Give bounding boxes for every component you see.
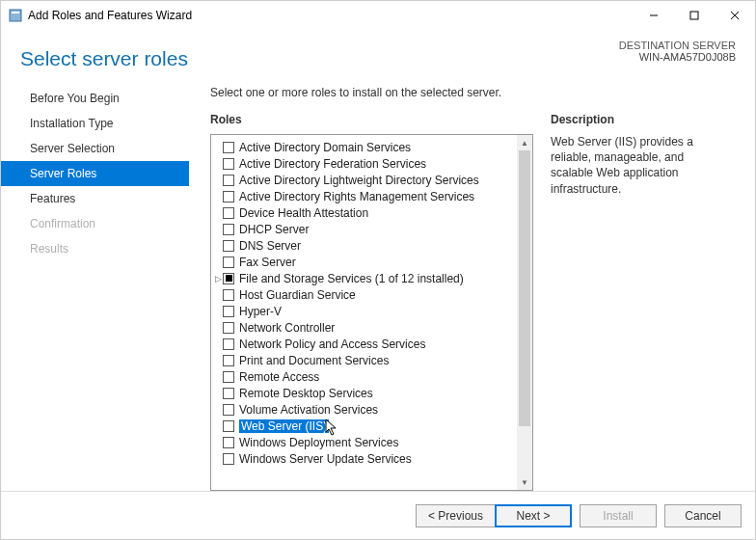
- role-label[interactable]: Hyper-V: [239, 305, 282, 318]
- destination-label: DESTINATION SERVER: [619, 40, 736, 51]
- role-checkbox[interactable]: [223, 175, 234, 186]
- role-checkbox[interactable]: [223, 437, 234, 448]
- role-checkbox[interactable]: [223, 273, 234, 284]
- install-button: Install: [580, 504, 657, 527]
- role-row[interactable]: Active Directory Domain Services: [215, 139, 517, 155]
- role-checkbox[interactable]: [223, 322, 234, 334]
- nav-button-group: < Previous Next >: [416, 504, 572, 527]
- role-row[interactable]: Active Directory Federation Services: [215, 155, 517, 172]
- role-label[interactable]: Active Directory Lightweight Directory S…: [239, 174, 479, 187]
- role-checkbox[interactable]: [223, 224, 234, 235]
- step-features[interactable]: Features: [1, 186, 189, 211]
- destination-block: DESTINATION SERVER WIN-AMA57D0J08B: [619, 36, 736, 63]
- role-row[interactable]: Windows Server Update Services: [215, 450, 517, 467]
- role-checkbox[interactable]: [223, 306, 234, 317]
- maximize-button[interactable]: [674, 2, 715, 29]
- roles-title: Roles: [210, 113, 533, 126]
- role-row[interactable]: Device Health Attestation: [215, 204, 517, 221]
- roles-listbox: Active Directory Domain ServicesActive D…: [210, 134, 533, 491]
- role-row[interactable]: Host Guardian Service: [215, 286, 517, 303]
- role-checkbox[interactable]: [223, 355, 234, 366]
- destination-server: WIN-AMA57D0J08B: [619, 51, 736, 63]
- role-label[interactable]: Volume Activation Services: [239, 403, 378, 417]
- role-row[interactable]: Fax Server: [215, 254, 517, 270]
- window-title: Add Roles and Features Wizard: [28, 9, 192, 22]
- scrollbar[interactable]: ▲ ▼: [517, 135, 532, 490]
- svg-rect-0: [10, 10, 21, 21]
- svg-rect-1: [12, 12, 19, 14]
- scroll-down-icon[interactable]: ▼: [517, 474, 532, 490]
- role-label[interactable]: Active Directory Domain Services: [239, 141, 411, 154]
- minimize-button[interactable]: [634, 2, 674, 29]
- scroll-track[interactable]: [517, 150, 532, 474]
- description-title: Description: [551, 113, 724, 126]
- role-checkbox[interactable]: [223, 158, 234, 170]
- role-row[interactable]: Volume Activation Services: [215, 401, 517, 418]
- role-row[interactable]: Print and Document Services: [215, 352, 517, 368]
- app-icon: [9, 9, 22, 22]
- role-label[interactable]: Device Health Attestation: [239, 206, 368, 220]
- role-checkbox[interactable]: [223, 191, 234, 202]
- role-checkbox[interactable]: [223, 256, 234, 268]
- role-row[interactable]: Network Policy and Access Services: [215, 336, 517, 352]
- step-server-selection[interactable]: Server Selection: [1, 136, 189, 161]
- role-label[interactable]: Network Controller: [239, 321, 335, 335]
- role-row[interactable]: Active Directory Rights Management Servi…: [215, 188, 517, 204]
- role-label[interactable]: Windows Deployment Services: [239, 436, 398, 449]
- role-row[interactable]: DNS Server: [215, 237, 517, 254]
- svg-rect-3: [690, 12, 698, 19]
- next-button[interactable]: Next >: [495, 504, 572, 527]
- step-before-you-begin[interactable]: Before You Begin: [1, 86, 189, 111]
- role-label[interactable]: Fax Server: [239, 256, 296, 269]
- role-label[interactable]: Print and Document Services: [239, 354, 389, 367]
- scroll-thumb[interactable]: [519, 150, 530, 426]
- expand-icon[interactable]: ▷: [213, 274, 223, 284]
- role-row[interactable]: Windows Deployment Services: [215, 434, 517, 450]
- role-label[interactable]: Windows Server Update Services: [239, 452, 412, 466]
- role-label[interactable]: Remote Access: [239, 370, 319, 384]
- role-label[interactable]: DHCP Server: [239, 223, 309, 236]
- scroll-up-icon[interactable]: ▲: [517, 135, 532, 150]
- step-installation-type[interactable]: Installation Type: [1, 111, 189, 136]
- roles-scroll-area[interactable]: Active Directory Domain ServicesActive D…: [211, 135, 517, 490]
- role-checkbox[interactable]: [223, 240, 234, 252]
- panels-row: Roles Active Directory Domain ServicesAc…: [210, 113, 724, 491]
- roles-column: Roles Active Directory Domain ServicesAc…: [210, 113, 533, 491]
- role-checkbox[interactable]: [223, 420, 234, 432]
- role-checkbox[interactable]: [223, 453, 234, 465]
- role-label[interactable]: DNS Server: [239, 239, 301, 253]
- role-checkbox[interactable]: [223, 289, 234, 301]
- wizard-window: Add Roles and Features Wizard Select ser…: [0, 0, 756, 540]
- role-row[interactable]: DHCP Server: [215, 221, 517, 237]
- role-label[interactable]: File and Storage Services (1 of 12 insta…: [239, 272, 464, 285]
- step-server-roles[interactable]: Server Roles: [1, 161, 189, 186]
- role-checkbox[interactable]: [223, 207, 234, 219]
- description-column: Description Web Server (IIS) provides a …: [533, 113, 724, 491]
- role-checkbox[interactable]: [223, 404, 234, 416]
- role-row[interactable]: Remote Access: [215, 368, 517, 385]
- role-label[interactable]: Host Guardian Service: [239, 288, 356, 302]
- role-label[interactable]: Active Directory Federation Services: [239, 157, 426, 171]
- cancel-button[interactable]: Cancel: [664, 504, 742, 527]
- role-row[interactable]: Hyper-V: [215, 303, 517, 319]
- role-row[interactable]: Active Directory Lightweight Directory S…: [215, 172, 517, 188]
- header-row: Select server roles DESTINATION SERVER W…: [1, 30, 736, 80]
- role-label[interactable]: Active Directory Rights Management Servi…: [239, 190, 474, 203]
- role-checkbox[interactable]: [223, 142, 234, 153]
- role-label[interactable]: Web Server (IIS): [239, 419, 329, 433]
- role-checkbox[interactable]: [223, 388, 234, 399]
- role-label[interactable]: Remote Desktop Services: [239, 387, 373, 400]
- previous-button[interactable]: < Previous: [416, 504, 495, 527]
- role-label[interactable]: Network Policy and Access Services: [239, 338, 425, 351]
- role-checkbox[interactable]: [223, 338, 234, 350]
- role-row[interactable]: Network Controller: [215, 319, 517, 336]
- role-row[interactable]: Remote Desktop Services: [215, 385, 517, 401]
- role-row[interactable]: Web Server (IIS): [215, 418, 517, 434]
- role-checkbox[interactable]: [223, 371, 234, 383]
- role-row[interactable]: ▷File and Storage Services (1 of 12 inst…: [215, 270, 517, 286]
- content-area: Select server roles DESTINATION SERVER W…: [1, 30, 755, 491]
- main-area: Before You Begin Installation Type Serve…: [1, 80, 736, 491]
- close-button[interactable]: [715, 2, 755, 29]
- wizard-steps-sidebar: Before You Begin Installation Type Serve…: [1, 80, 189, 491]
- step-confirmation: Confirmation: [1, 211, 189, 236]
